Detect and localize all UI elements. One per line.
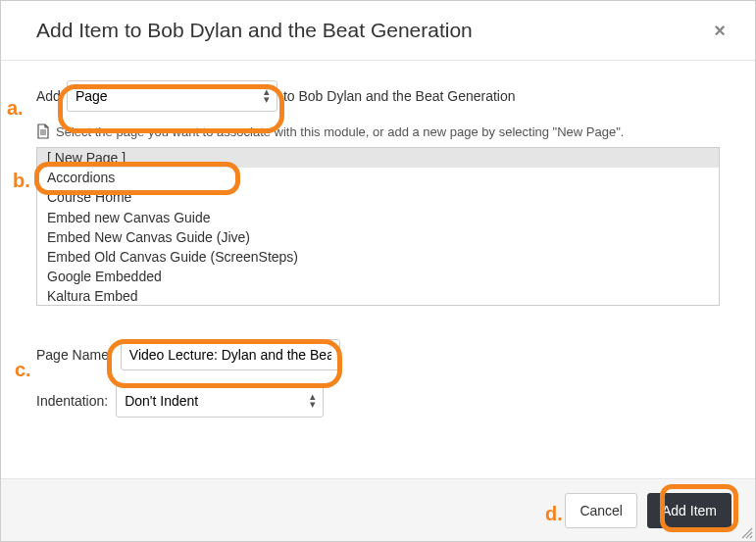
hint-row: Select the page you want to associate wi… [36,123,720,139]
modal-body: Add Page ▴▾ to Bob Dylan and the Beat Ge… [1,61,755,477]
page-list-item[interactable]: Kaltura Embed [37,286,719,306]
page-name-row: Page Name: [36,339,720,370]
add-row: Add Page ▴▾ to Bob Dylan and the Beat Ge… [36,80,720,112]
cancel-button[interactable]: Cancel [565,493,637,528]
indentation-select[interactable]: Don't Indent [116,384,324,418]
page-icon [36,123,50,139]
modal-header: Add Item to Bob Dylan and the Beat Gener… [1,1,755,61]
type-select-wrap: Page ▴▾ [67,80,277,112]
page-list-item[interactable]: Embed new Canvas Guide [37,208,719,227]
indentation-label: Indentation: [36,393,108,409]
page-name-input[interactable] [121,339,340,370]
add-prefix: Add [36,88,61,104]
indentation-row: Indentation: Don't Indent ▴▾ [36,384,720,418]
add-suffix: to Bob Dylan and the Beat Generation [283,88,516,104]
modal-footer: Cancel Add Item [1,478,755,541]
page-list-item[interactable]: Course Home [37,187,719,207]
page-list-item[interactable]: Embed New Canvas Guide (Jive) [37,227,719,247]
hint-text: Select the page you want to associate wi… [56,124,624,139]
indent-select-wrap: Don't Indent ▴▾ [116,384,324,418]
page-list-item[interactable]: Accordions [37,168,719,187]
close-icon[interactable]: × [708,20,731,42]
pages-listbox[interactable]: [ New Page ]AccordionsCourse HomeEmbed n… [36,147,720,306]
add-item-button[interactable]: Add Item [647,493,731,528]
modal-title: Add Item to Bob Dylan and the Beat Gener… [36,19,473,42]
page-list-item[interactable]: [ New Page ] [37,148,719,168]
page-name-label: Page Name: [36,347,113,363]
page-list-item[interactable]: Embed Old Canvas Guide (ScreenSteps) [37,247,719,267]
item-type-select[interactable]: Page [67,80,277,112]
page-list-item[interactable]: Google Embedded [37,267,719,286]
